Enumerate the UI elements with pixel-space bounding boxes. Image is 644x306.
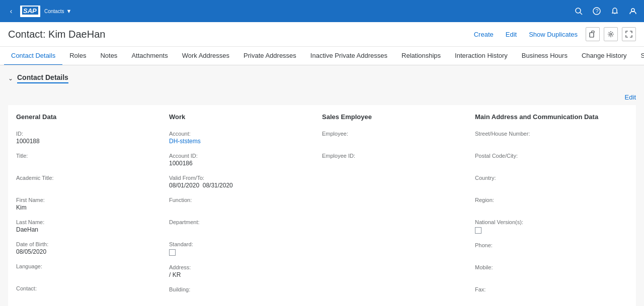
field-label-dob: Date of Birth:	[16, 241, 157, 247]
field-label-academic-title: Academic Title:	[16, 175, 157, 181]
field-label-country: Country:	[475, 175, 616, 181]
field-value-postal-city	[475, 160, 616, 168]
field-value-last-name: DaeHan	[16, 226, 157, 234]
help-icon[interactable]: ?	[592, 6, 602, 16]
field-label-first-name: First Name:	[16, 197, 157, 203]
field-employee: Employee:	[322, 131, 463, 146]
field-value-account-id: 1000186	[169, 160, 310, 168]
field-department: Department:	[169, 219, 310, 234]
field-contact: Contact:	[16, 285, 157, 300]
field-label-street: Street/House Number:	[475, 131, 616, 137]
field-value-academic-title	[16, 182, 157, 190]
field-value-employee	[322, 138, 463, 146]
svg-line-3	[580, 13, 582, 15]
notification-icon[interactable]	[610, 6, 620, 16]
tab-interaction-history[interactable]: Interaction History	[448, 47, 515, 65]
top-navigation: ‹ SAP Contacts ▼ ?	[0, 0, 644, 22]
field-value-department	[169, 226, 310, 234]
field-value-title	[16, 160, 157, 168]
tab-notes[interactable]: Notes	[93, 47, 124, 65]
tab-attachments[interactable]: Attachments	[124, 47, 175, 65]
section-edit-button[interactable]: Edit	[621, 91, 636, 103]
page-title: Contact: Kim DaeHan	[8, 29, 105, 40]
field-value-account[interactable]: DH-ststems	[169, 138, 310, 146]
standard-checkbox[interactable]	[169, 249, 176, 256]
field-value-valid-from-to: 08/01/2020 08/31/2020	[169, 182, 310, 190]
field-label-last-name: Last Name:	[16, 219, 157, 225]
field-value-function	[169, 204, 310, 212]
user-icon[interactable]	[628, 6, 638, 16]
field-employee-id: Employee ID:	[322, 153, 463, 168]
work-column: Work Account: DH-ststems Account ID: 100…	[169, 113, 322, 306]
tab-roles[interactable]: Roles	[62, 47, 93, 65]
field-value-first-name: Kim	[16, 204, 157, 212]
section-header[interactable]: ⌄ Contact Details	[8, 65, 636, 87]
show-duplicates-button[interactable]: Show Duplicates	[525, 29, 582, 40]
field-region: Region:	[475, 197, 616, 212]
main-address-column: Main Address and Communication Data Stre…	[475, 113, 628, 306]
field-label-national-versions: National Version(s):	[475, 219, 616, 225]
field-label-employee-id: Employee ID:	[322, 153, 463, 159]
field-value-country	[475, 182, 616, 190]
field-value-contact	[16, 292, 157, 300]
field-label-account-id: Account ID:	[169, 153, 310, 159]
svg-point-8	[610, 33, 612, 35]
page-actions: Create Edit Show Duplicates	[470, 27, 636, 41]
field-last-name: Last Name: DaeHan	[16, 219, 157, 234]
tab-relationships[interactable]: Relationships	[394, 47, 448, 65]
tab-service-requests[interactable]: Service Requests	[634, 47, 644, 65]
search-icon[interactable]	[574, 6, 584, 16]
field-value-main-mobile	[475, 271, 616, 279]
field-value-dob: 08/05/2020	[16, 248, 157, 256]
field-account: Account: DH-ststems	[169, 131, 310, 146]
national-versions-checkbox[interactable]	[475, 227, 481, 234]
field-label-language: Language:	[16, 263, 157, 269]
field-value-address: / KR	[169, 271, 310, 279]
field-address: Address: / KR	[169, 264, 310, 279]
dropdown-icon: ▼	[66, 8, 71, 14]
tab-contact-details[interactable]: Contact Details	[4, 47, 62, 65]
work-title: Work	[169, 113, 310, 123]
app-name[interactable]: Contacts ▼	[44, 8, 71, 14]
field-account-id: Account ID: 1000186	[169, 153, 310, 168]
edit-button[interactable]: Edit	[502, 29, 521, 40]
field-value-main-phone	[475, 249, 616, 257]
tab-inactive-private-addresses[interactable]: Inactive Private Addresses	[303, 47, 394, 65]
field-function: Function:	[169, 197, 310, 212]
field-label-account: Account:	[169, 131, 310, 137]
field-label-title: Title:	[16, 153, 157, 159]
field-language: Language:	[16, 263, 157, 278]
field-value-main-fax	[475, 293, 616, 301]
field-first-name: First Name: Kim	[16, 197, 157, 212]
field-label-main-mobile: Mobile:	[475, 264, 616, 270]
tab-business-hours[interactable]: Business Hours	[515, 47, 575, 65]
field-title: Title:	[16, 153, 157, 168]
field-value-street	[475, 138, 616, 146]
svg-text:SAP: SAP	[23, 7, 37, 15]
main-content: ⌄ Contact Details Edit General Data ID: …	[0, 65, 644, 306]
general-data-title: General Data	[16, 113, 157, 123]
svg-text:?: ?	[596, 8, 599, 14]
svg-point-6	[631, 9, 634, 12]
field-valid-from-to: Valid From/To: 08/01/2020 08/31/2020	[169, 175, 310, 190]
sales-employee-column: Sales Employee Employee: Employee ID:	[322, 113, 475, 306]
fullscreen-icon[interactable]	[622, 27, 636, 41]
create-button[interactable]: Create	[470, 29, 498, 40]
settings-icon[interactable]	[604, 27, 618, 41]
field-standard: Standard:	[169, 241, 310, 257]
field-label-building: Building:	[169, 286, 310, 292]
field-country: Country:	[475, 175, 616, 190]
tab-work-addresses[interactable]: Work Addresses	[175, 47, 236, 65]
tab-bar: Contact Details Roles Notes Attachments …	[0, 47, 644, 65]
field-label-department: Department:	[169, 219, 310, 225]
field-value-id: 1000188	[16, 138, 157, 146]
app-name-label: Contacts	[44, 9, 64, 14]
share-icon[interactable]	[586, 27, 600, 41]
back-icon[interactable]: ‹	[6, 6, 16, 16]
field-value-building	[169, 293, 310, 301]
tab-change-history[interactable]: Change History	[575, 47, 634, 65]
field-building: Building:	[169, 286, 310, 301]
tab-private-addresses[interactable]: Private Addresses	[236, 47, 303, 65]
field-value-region	[475, 204, 616, 212]
section-edit-area: Edit	[8, 87, 636, 105]
